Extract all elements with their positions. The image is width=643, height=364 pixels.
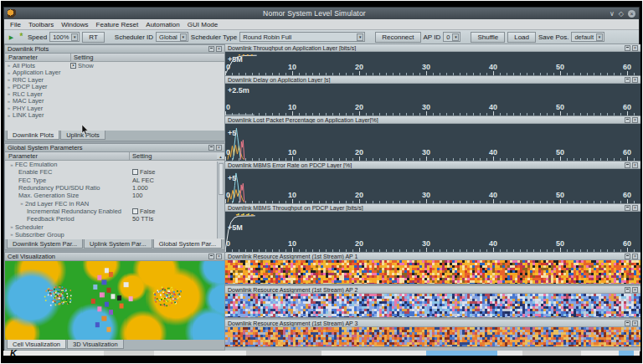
dock-float-icon[interactable] [625, 45, 630, 51]
dock-close-icon[interactable]: × [216, 254, 222, 259]
ap-id-spinner[interactable]: 0 ▾ [443, 32, 460, 42]
dock-float-icon[interactable] [625, 254, 630, 259]
plot-mbms-error-rate: Downlink MBMS Error Rate on PDCP Layer [… [225, 161, 640, 204]
x-tick-mark [560, 199, 561, 203]
dock-close-icon[interactable]: × [216, 46, 222, 52]
checkbox-unchecked[interactable] [132, 169, 138, 175]
menu-item-file[interactable]: File [7, 20, 24, 29]
scheduler-id-select[interactable]: Global ▾ [156, 32, 188, 42]
speed-value: 100% [53, 33, 69, 41]
table-row[interactable]: »Application Layer [5, 69, 224, 77]
expander-icon[interactable]: » [5, 63, 13, 68]
y-axis-label: +5M [228, 223, 243, 232]
tab-downlink-plots[interactable]: Downlink Plots [7, 131, 59, 140]
dock-close-icon[interactable]: × [632, 117, 638, 123]
maximize-icon[interactable]: ◇ [619, 10, 624, 18]
dock-close-icon[interactable]: × [632, 45, 638, 51]
expander-icon[interactable]: » [5, 77, 13, 82]
table-row[interactable]: »RLC Layer [5, 90, 224, 98]
dock-float-icon[interactable] [208, 145, 214, 151]
param-row[interactable]: Redundancy PDU/SDU Ratio1.000 [5, 184, 224, 192]
column-parameter[interactable]: Parameter [5, 54, 70, 61]
table-row[interactable]: » All Plots ✕ Show [5, 62, 224, 69]
table-row[interactable]: »MAC Layer [5, 98, 224, 105]
expander-icon[interactable]: » [8, 162, 15, 167]
expander-icon[interactable]: » [5, 85, 13, 90]
dock-close-icon[interactable]: × [632, 287, 638, 293]
dock-close-icon[interactable]: × [632, 77, 638, 83]
checkbox-checked[interactable]: ✕ [70, 63, 76, 69]
checkbox-unchecked[interactable] [132, 208, 138, 214]
tab-uplink-system-par[interactable]: Uplink System Par... [84, 239, 152, 249]
tab-downlink-system-par[interactable]: Downlink System Par... [7, 239, 83, 249]
param-row[interactable]: Max. Generation Size100 [5, 192, 224, 199]
expander-icon[interactable]: » [5, 113, 13, 118]
column-setting[interactable]: Setting [71, 54, 93, 61]
dock-float-icon[interactable] [625, 320, 630, 326]
expander-icon[interactable]: » [8, 224, 15, 229]
dock-close-icon[interactable]: × [216, 145, 222, 151]
table-header: Parameter Setting [5, 54, 224, 62]
dock-close-icon[interactable]: × [632, 205, 638, 211]
menu-item-gui-mode[interactable]: GUI Mode [184, 20, 221, 29]
dock-float-icon[interactable] [208, 46, 214, 52]
tab-3d-visualization[interactable]: 3D Visualization [67, 340, 124, 349]
dock-float-icon[interactable] [625, 162, 630, 168]
param-row[interactable]: Feedback Period50 TTIs [5, 215, 224, 223]
dock-close-icon[interactable]: × [632, 254, 638, 259]
step-icon[interactable]: * [18, 33, 25, 41]
tab-global-system-par[interactable]: Global System Par... [153, 239, 222, 249]
param-row[interactable]: FEC TypeAL FEC [5, 177, 224, 184]
taskbar-item[interactable] [426, 351, 497, 356]
expander-icon[interactable]: » [5, 91, 13, 96]
speed-select[interactable]: 100% ▾ [49, 32, 80, 42]
column-setting[interactable]: Setting [130, 152, 217, 160]
menu-item-automation[interactable]: Automation [142, 20, 183, 29]
reconnect-button[interactable]: Reconnect [375, 32, 420, 43]
load-button[interactable]: Load [507, 32, 536, 43]
table-row[interactable]: »RRC Layer [5, 76, 224, 84]
scheduler-type-select[interactable]: Round Robin Full ▾ [239, 32, 365, 42]
save-pos-select[interactable]: default ▾ [571, 32, 604, 42]
rt-button[interactable]: RT [82, 32, 105, 43]
dock-float-icon[interactable] [625, 117, 630, 123]
menu-item-feature-reset[interactable]: Feature Reset [93, 20, 142, 29]
table-row[interactable]: »PDCP Layer [5, 84, 224, 91]
menu-item-windows[interactable]: Windows [58, 20, 91, 29]
param-row[interactable]: »Scheduler [5, 223, 224, 230]
minimize-icon[interactable]: ∨ [610, 10, 615, 18]
cell-viz-tabs: Cell Visualization 3D Visualization [5, 340, 224, 350]
dock-close-icon[interactable]: × [632, 320, 638, 326]
taskbar-item[interactable] [246, 351, 322, 356]
param-row[interactable]: »Subscriber Group [5, 231, 224, 238]
expander-icon[interactable]: » [18, 201, 25, 206]
dock-float-icon[interactable] [208, 254, 214, 259]
expander-icon[interactable]: » [8, 232, 15, 237]
scrollbar-thumb[interactable] [219, 163, 224, 195]
taskbar-item[interactable] [522, 351, 581, 356]
menu-item-toolbars[interactable]: Toolbars [25, 20, 57, 29]
taskbar-item[interactable] [619, 351, 634, 356]
taskbar-item[interactable] [104, 351, 154, 356]
expander-icon[interactable]: » [5, 70, 13, 75]
column-parameter[interactable]: Parameter [5, 152, 129, 160]
param-row[interactable]: Enable FECFalse [5, 168, 224, 176]
x-tick-mark [560, 111, 561, 115]
expander-icon[interactable]: » [5, 105, 13, 110]
scroll-up-icon[interactable]: ▴ [217, 153, 224, 160]
param-row[interactable]: »FEC Emulation [5, 161, 224, 168]
expander-icon[interactable]: » [5, 99, 13, 104]
dock-float-icon[interactable] [625, 77, 630, 83]
param-row[interactable]: Incremental Redundancy EnabledFalse [5, 208, 224, 215]
run-icon[interactable]: ▶ [8, 34, 15, 40]
table-row[interactable]: »PHY Layer [5, 105, 224, 112]
shuffle-button[interactable]: Shuffle [471, 32, 505, 43]
dock-float-icon[interactable] [625, 205, 630, 211]
vertical-scrollbar[interactable] [217, 161, 224, 238]
speed-label: Speed [28, 33, 47, 41]
table-row[interactable]: »LINK Layer [5, 112, 224, 120]
dock-close-icon[interactable]: × [632, 162, 638, 168]
dock-float-icon[interactable] [625, 287, 630, 293]
param-row[interactable]: »2nd Layer FEC in RAN [5, 199, 224, 207]
close-icon[interactable]: × [628, 10, 635, 18]
